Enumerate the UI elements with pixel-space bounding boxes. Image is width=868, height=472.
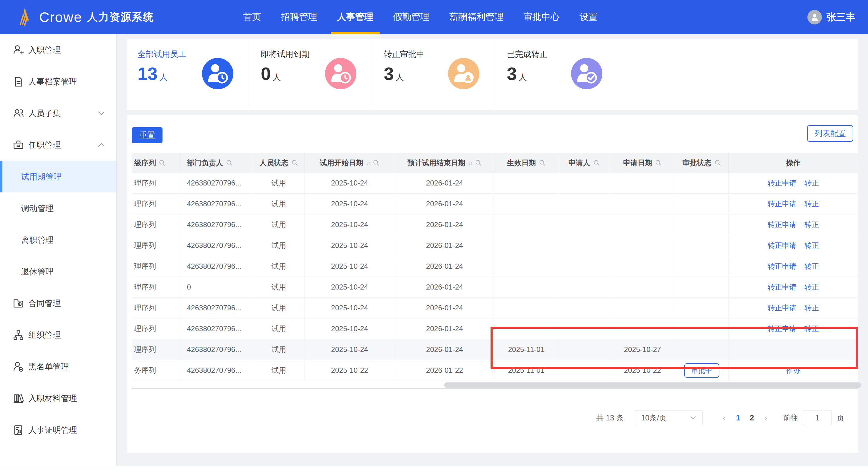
- column-header[interactable]: 生效日期: [494, 153, 558, 173]
- sidebar-item-label: 入职材料管理: [28, 393, 77, 404]
- cell-apply-date: [610, 194, 675, 214]
- cell-text: 试用: [272, 199, 286, 209]
- cell-text: 试用: [272, 262, 286, 271]
- cell-text: 426380270796...: [187, 241, 241, 250]
- action-link[interactable]: 转正申请: [768, 199, 797, 209]
- search-icon[interactable]: [655, 159, 662, 166]
- cell-approval-status: [675, 173, 729, 193]
- sidebar-subitem[interactable]: 调动管理: [0, 193, 116, 224]
- cell-actions: 转正申请转正: [729, 277, 858, 297]
- action-link[interactable]: 转正申请: [768, 241, 797, 250]
- search-icon[interactable]: [593, 159, 600, 166]
- next-page-button[interactable]: ›: [759, 413, 773, 423]
- search-icon[interactable]: [373, 159, 379, 166]
- action-link[interactable]: 转正: [804, 178, 819, 188]
- cell-manager: 426380270796...: [181, 235, 253, 256]
- cell-apply-date: [610, 214, 675, 235]
- search-icon[interactable]: [291, 159, 298, 166]
- action-link[interactable]: 转正申请: [768, 178, 797, 188]
- action-link[interactable]: 转正: [804, 262, 819, 271]
- action-link[interactable]: 转正: [804, 282, 819, 292]
- cell-manager: 426380270796...: [181, 173, 253, 193]
- sidebar-item[interactable]: 黑名单管理: [0, 351, 116, 382]
- cell-sequence: 理序列: [132, 339, 181, 360]
- action-link[interactable]: 转正: [804, 241, 819, 250]
- action-link[interactable]: 催办: [786, 365, 801, 375]
- column-header[interactable]: 审批状态: [675, 153, 729, 173]
- cell-end-date: 2026-01-24: [395, 214, 494, 235]
- list-config-button[interactable]: 列表配置: [807, 125, 853, 142]
- page-size-select[interactable]: 10条/页: [634, 410, 703, 425]
- user-menu[interactable]: 张三丰: [807, 10, 855, 24]
- cell-text: 2025-11-01: [508, 345, 545, 354]
- action-link[interactable]: 转正: [804, 199, 819, 209]
- cell-applicant: [558, 256, 610, 276]
- column-header[interactable]: 人员状态: [253, 153, 305, 173]
- nav-item-link[interactable]: 招聘管理: [271, 0, 327, 34]
- chevron-down-icon: [98, 111, 105, 116]
- cell-text: 426380270796...: [187, 200, 241, 208]
- sidebar-item[interactable]: 人事证明管理: [0, 414, 116, 446]
- cell-status: 试用: [253, 319, 305, 339]
- nav-item-link[interactable]: 薪酬福利管理: [439, 0, 514, 34]
- cell-applicant: [558, 298, 610, 318]
- prev-page-button[interactable]: ‹: [717, 413, 731, 423]
- column-header[interactable]: 部门负责人: [181, 153, 253, 173]
- column-header[interactable]: 预计试用结束日期↓↑: [395, 153, 494, 173]
- nav-item-active[interactable]: 人事管理: [327, 0, 383, 34]
- nav-item-link[interactable]: 审批中心: [514, 0, 569, 34]
- sidebar-subitem[interactable]: 离职管理: [0, 224, 116, 256]
- sidebar-subitem[interactable]: 退休管理: [0, 256, 116, 288]
- cell-actions: [729, 339, 858, 360]
- sidebar-item-label: 组织管理: [28, 330, 61, 341]
- stat-card: 转正审批中3人: [373, 39, 496, 110]
- action-link[interactable]: 转正申请: [768, 303, 797, 313]
- horizontal-scrollbar-thumb[interactable]: [444, 382, 861, 388]
- action-link[interactable]: 转正: [804, 324, 819, 333]
- nav-item-link[interactable]: 假勤管理: [383, 0, 439, 34]
- reset-button[interactable]: 重置: [132, 127, 162, 143]
- sidebar-item[interactable]: 人事档案管理: [0, 66, 116, 97]
- search-icon[interactable]: [159, 159, 165, 166]
- column-header[interactable]: 申请日期: [610, 153, 675, 173]
- table-row: 理序列426380270796...试用2025-10-242026-01-24…: [132, 235, 858, 256]
- nav-item-link[interactable]: 首页: [233, 0, 271, 34]
- sort-icon[interactable]: ↓↑: [366, 159, 370, 167]
- sidebar-subitem-active[interactable]: 试用期管理: [0, 161, 116, 193]
- page-size-value: 10条/页: [641, 413, 666, 423]
- cell-start-date: 2025-10-24: [305, 319, 395, 339]
- action-link[interactable]: 转正申请: [768, 262, 797, 271]
- sort-icon[interactable]: ↓↑: [468, 159, 472, 167]
- action-link[interactable]: 转正申请: [768, 282, 797, 292]
- sidebar-item[interactable]: 入职管理: [0, 34, 116, 66]
- search-icon[interactable]: [539, 159, 546, 166]
- table-body: 理序列426380270796...试用2025-10-242026-01-24…: [132, 173, 858, 381]
- search-icon[interactable]: [226, 159, 233, 166]
- action-link[interactable]: 转正申请: [768, 220, 797, 230]
- page-number-current[interactable]: 1: [731, 413, 745, 422]
- sidebar-item[interactable]: 组织管理: [0, 319, 116, 351]
- person-check-icon: [571, 58, 602, 89]
- chevron-down-icon: [690, 416, 696, 420]
- sidebar-item[interactable]: 入职材料管理: [0, 382, 116, 414]
- sidebar-item[interactable]: 合同管理: [0, 288, 116, 319]
- search-icon[interactable]: [475, 159, 482, 166]
- page-number[interactable]: 2: [745, 413, 759, 422]
- column-header[interactable]: 级序列: [132, 153, 181, 173]
- nav-item-link[interactable]: 设置: [569, 0, 608, 34]
- cell-apply-date: [610, 319, 675, 339]
- sidebar-item[interactable]: 人员子集: [0, 97, 116, 129]
- column-header[interactable]: 申请人: [558, 153, 610, 173]
- action-link[interactable]: 转正: [804, 220, 819, 230]
- action-link[interactable]: 转正: [804, 303, 819, 313]
- table-row: 理序列426380270796...试用2025-10-242026-01-24…: [132, 339, 858, 360]
- cell-text: 2025-10-24: [331, 304, 368, 312]
- action-link[interactable]: 转正申请: [768, 324, 797, 333]
- goto-page-input[interactable]: [803, 410, 832, 425]
- sidebar-item-label: 人事档案管理: [28, 76, 77, 87]
- sidebar-item[interactable]: 任职管理: [0, 129, 116, 161]
- column-header[interactable]: 试用开始日期↓↑: [305, 153, 395, 173]
- top-nav: 首页招聘管理人事管理假勤管理薪酬福利管理审批中心设置: [233, 0, 608, 34]
- search-icon[interactable]: [715, 159, 721, 166]
- cell-manager: 426380270796...: [181, 194, 253, 214]
